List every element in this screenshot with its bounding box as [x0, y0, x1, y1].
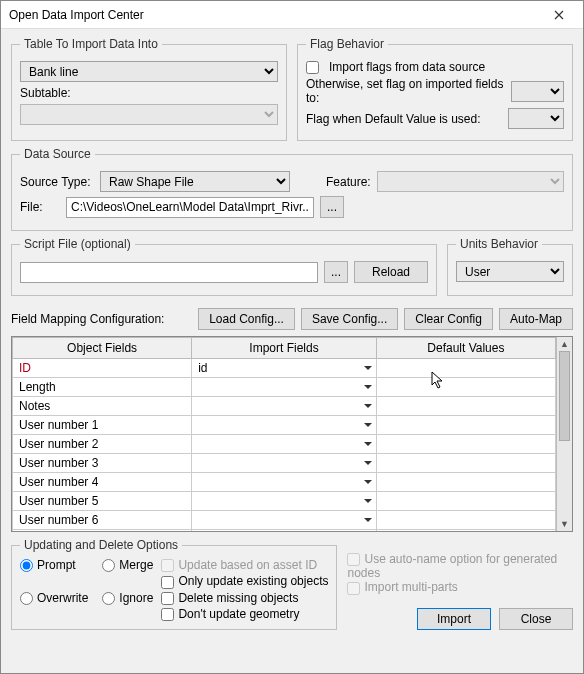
import-field-cell[interactable]: [192, 454, 377, 473]
ignore-radio-label[interactable]: Ignore: [102, 591, 153, 622]
scroll-down-icon[interactable]: ▼: [557, 517, 572, 531]
scroll-thumb[interactable]: [559, 351, 570, 441]
load-config-button[interactable]: Load Config...: [198, 308, 295, 330]
table-row: User number 5: [13, 492, 556, 511]
source-type-select[interactable]: Raw Shape File: [100, 171, 290, 192]
script-file-group: Script File (optional) ... Reload: [11, 237, 437, 296]
merge-radio[interactable]: [102, 559, 115, 572]
multi-parts-checkbox: [347, 582, 360, 595]
delete-missing-checkbox-label[interactable]: Delete missing objects: [161, 591, 328, 605]
object-field-cell[interactable]: User number 6: [13, 511, 192, 530]
col-header-object[interactable]: Object Fields: [13, 338, 192, 359]
save-config-button[interactable]: Save Config...: [301, 308, 398, 330]
asset-id-checkbox-label: Update based on asset ID: [161, 558, 328, 572]
units-behavior-group: Units Behavior User: [447, 237, 573, 296]
auto-map-button[interactable]: Auto-Map: [499, 308, 573, 330]
table-scrollbar[interactable]: ▲ ▼: [556, 337, 572, 531]
table-row: User number 7: [13, 530, 556, 532]
multi-parts-checkbox-label: Import multi-parts: [347, 580, 457, 594]
close-button[interactable]: Close: [499, 608, 573, 630]
ignore-radio[interactable]: [102, 592, 115, 605]
table-row: IDid: [13, 359, 556, 378]
scroll-up-icon[interactable]: ▲: [557, 337, 572, 351]
table-row: User number 2: [13, 435, 556, 454]
clear-config-button[interactable]: Clear Config: [404, 308, 493, 330]
import-field-cell[interactable]: [192, 416, 377, 435]
import-field-cell[interactable]: [192, 378, 377, 397]
table-row: User number 1: [13, 416, 556, 435]
table-import-legend: Table To Import Data Into: [20, 37, 162, 51]
import-field-cell[interactable]: [192, 492, 377, 511]
import-field-cell[interactable]: [192, 530, 377, 532]
subtable-select[interactable]: [20, 104, 278, 125]
feature-select[interactable]: [377, 171, 564, 192]
dont-geometry-checkbox-label[interactable]: Don't update geometry: [161, 607, 328, 621]
prompt-radio[interactable]: [20, 559, 33, 572]
import-field-cell[interactable]: [192, 511, 377, 530]
only-existing-checkbox[interactable]: [161, 576, 174, 589]
table-select[interactable]: Bank line: [20, 61, 278, 82]
import-field-cell[interactable]: id: [192, 359, 377, 378]
default-value-cell[interactable]: [376, 454, 555, 473]
import-flags-checkbox[interactable]: [306, 61, 319, 74]
window-title: Open Data Import Center: [9, 8, 539, 22]
script-browse-button[interactable]: ...: [324, 261, 348, 283]
script-file-input[interactable]: [20, 262, 318, 283]
feature-label: Feature:: [326, 175, 371, 189]
object-field-cell[interactable]: Length: [13, 378, 192, 397]
object-field-cell[interactable]: ID: [13, 359, 192, 378]
object-field-cell[interactable]: User number 7: [13, 530, 192, 532]
flag-behavior-legend: Flag Behavior: [306, 37, 388, 51]
mapping-label: Field Mapping Configuration:: [11, 312, 192, 326]
import-field-cell[interactable]: [192, 473, 377, 492]
object-field-cell[interactable]: User number 4: [13, 473, 192, 492]
file-input[interactable]: [66, 197, 314, 218]
overwrite-radio[interactable]: [20, 592, 33, 605]
object-field-cell[interactable]: User number 5: [13, 492, 192, 511]
reload-button[interactable]: Reload: [354, 261, 428, 283]
col-header-default[interactable]: Default Values: [376, 338, 555, 359]
default-value-cell[interactable]: [376, 530, 555, 532]
default-value-cell[interactable]: [376, 416, 555, 435]
table-import-group: Table To Import Data Into Bank line Subt…: [11, 37, 287, 141]
otherwise-flag-select[interactable]: [511, 81, 564, 102]
object-field-cell[interactable]: User number 3: [13, 454, 192, 473]
titlebar: Open Data Import Center: [1, 1, 583, 29]
data-source-legend: Data Source: [20, 147, 95, 161]
close-icon[interactable]: [539, 3, 579, 27]
default-value-cell[interactable]: [376, 359, 555, 378]
default-value-cell[interactable]: [376, 492, 555, 511]
import-field-cell[interactable]: [192, 435, 377, 454]
default-value-cell[interactable]: [376, 397, 555, 416]
only-existing-checkbox-label[interactable]: Only update existing objects: [161, 574, 328, 588]
source-type-label: Source Type:: [20, 175, 94, 189]
object-field-cell[interactable]: User number 1: [13, 416, 192, 435]
default-flag-select[interactable]: [508, 108, 564, 129]
overwrite-radio-label[interactable]: Overwrite: [20, 591, 88, 622]
data-source-group: Data Source Source Type: Raw Shape File …: [11, 147, 573, 231]
default-value-cell[interactable]: [376, 473, 555, 492]
default-value-cell[interactable]: [376, 435, 555, 454]
merge-radio-label[interactable]: Merge: [102, 558, 153, 589]
col-header-import[interactable]: Import Fields: [192, 338, 377, 359]
delete-missing-checkbox[interactable]: [161, 592, 174, 605]
units-select[interactable]: User: [456, 261, 564, 282]
default-value-cell[interactable]: [376, 511, 555, 530]
default-flag-label: Flag when Default Value is used:: [306, 112, 481, 126]
object-field-cell[interactable]: User number 2: [13, 435, 192, 454]
prompt-radio-label[interactable]: Prompt: [20, 558, 88, 589]
flag-behavior-group: Flag Behavior Import flags from data sou…: [297, 37, 573, 141]
auto-name-checkbox-label: Use auto-name option for generated nodes: [347, 552, 557, 580]
auto-name-checkbox: [347, 553, 360, 566]
dont-geometry-checkbox[interactable]: [161, 608, 174, 621]
table-row: User number 3: [13, 454, 556, 473]
updating-options-legend: Updating and Delete Options: [20, 538, 182, 552]
asset-id-checkbox: [161, 559, 174, 572]
import-flags-label: Import flags from data source: [329, 60, 485, 74]
default-value-cell[interactable]: [376, 378, 555, 397]
import-field-cell[interactable]: [192, 397, 377, 416]
object-field-cell[interactable]: Notes: [13, 397, 192, 416]
table-row: Length: [13, 378, 556, 397]
import-button[interactable]: Import: [417, 608, 491, 630]
file-browse-button[interactable]: ...: [320, 196, 344, 218]
